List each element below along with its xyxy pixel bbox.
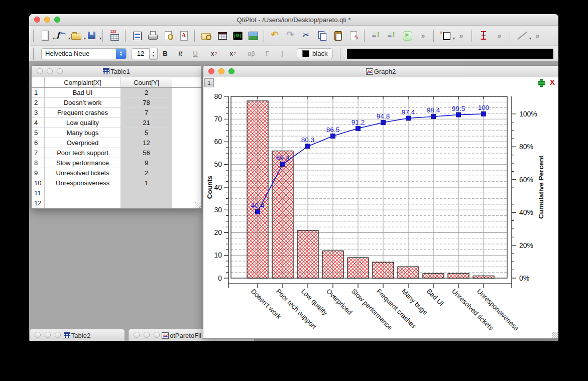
mintable2-zoom-button[interactable] <box>55 332 61 338</box>
bold-button[interactable]: B <box>159 48 171 59</box>
minimize-button[interactable] <box>44 17 50 23</box>
cell-complaint[interactable] <box>45 188 121 198</box>
table1-zoom-button[interactable] <box>57 68 63 74</box>
new-window-button[interactable] <box>38 29 52 42</box>
remove-layer-button[interactable]: X <box>550 78 555 86</box>
cell-count[interactable]: 9 <box>121 158 172 168</box>
color-strip[interactable] <box>347 49 553 59</box>
insert-row-button[interactable] <box>369 29 383 42</box>
close-button[interactable] <box>34 17 40 23</box>
overflow-button[interactable]: » <box>530 29 544 42</box>
cell-complaint[interactable] <box>45 198 121 208</box>
superscript-button[interactable]: x2 <box>208 48 220 59</box>
overflow-button[interactable]: » <box>492 29 506 42</box>
cell-complaint[interactable]: Overpriced <box>45 138 121 148</box>
minpareto-minimize-button[interactable] <box>144 332 150 338</box>
row-header[interactable]: 12 <box>32 198 45 208</box>
cell-count[interactable]: 5 <box>121 128 172 138</box>
cell-complaint[interactable]: Frequent crashes <box>45 108 121 118</box>
paste-button[interactable] <box>331 29 344 42</box>
minpareto-zoom-button[interactable] <box>154 332 160 338</box>
copy-button[interactable] <box>315 29 329 42</box>
print-preview-button[interactable] <box>161 29 175 42</box>
gamma-button[interactable]: Γ <box>261 48 273 59</box>
graph2-close-button[interactable] <box>208 68 214 74</box>
project-explorer-button[interactable] <box>199 29 213 42</box>
overflow-button[interactable]: » <box>454 29 467 42</box>
row-header[interactable]: 10 <box>32 178 45 188</box>
cell-count[interactable]: 21 <box>121 118 172 128</box>
cell-complaint[interactable]: Poor tech support <box>45 148 121 158</box>
column-header-count[interactable]: Count[Y] <box>121 77 172 87</box>
greek-button[interactable]: αβ <box>245 48 258 59</box>
tile-windows-button[interactable] <box>130 29 144 42</box>
cell-count[interactable]: 1 <box>121 178 172 188</box>
row-header[interactable]: 2 <box>32 98 45 108</box>
run-script-button[interactable] <box>400 29 414 42</box>
cell-count[interactable]: 2 <box>121 168 172 178</box>
font-size-input[interactable]: 12 <box>132 48 150 59</box>
plot-wizard-button[interactable] <box>230 29 244 42</box>
row-header[interactable]: 11 <box>32 188 45 198</box>
mintable2-close-button[interactable] <box>35 332 41 338</box>
row-header[interactable]: 1 <box>32 88 45 98</box>
plot-function-button[interactable] <box>54 29 67 42</box>
cell-complaint[interactable]: Bad UI <box>45 88 121 98</box>
row-header[interactable]: 6 <box>32 138 45 148</box>
error-bars-button[interactable] <box>477 29 490 42</box>
font-family-select[interactable]: Helvetica Neue <box>41 48 127 59</box>
new-layer-button[interactable] <box>438 29 452 42</box>
cell-complaint[interactable]: Unresponsiveness <box>45 178 121 188</box>
subscript-button[interactable]: x2 <box>227 48 240 59</box>
zoom-button[interactable] <box>54 17 60 23</box>
font-size-stepper[interactable]: ▴▾ <box>150 48 158 60</box>
graph-canvas[interactable]: 1 X 010203040506070800%20%40%60%80%100%C… <box>203 77 558 339</box>
cell-count[interactable] <box>121 188 172 198</box>
text-color-button[interactable]: black <box>297 48 333 59</box>
graph2-zoom-button[interactable] <box>228 68 234 74</box>
cut-button[interactable] <box>300 29 313 42</box>
cell-complaint[interactable]: Slow performance <box>45 158 121 168</box>
main-titlebar[interactable]: QtiPlot - /Users/ion/Desktop/pareto.qti … <box>29 14 558 26</box>
print-button[interactable] <box>146 29 159 42</box>
layer-tab[interactable]: 1 <box>204 78 214 87</box>
graph2-titlebar[interactable]: Graph2 <box>203 66 558 77</box>
integral-button[interactable]: ∫ <box>276 48 288 59</box>
row-header[interactable]: 4 <box>32 118 45 128</box>
image-plot-button[interactable] <box>246 29 260 42</box>
row-header[interactable]: 3 <box>32 108 45 118</box>
graph-resize-grip[interactable] <box>552 332 558 338</box>
row-header[interactable]: 5 <box>32 128 45 138</box>
minpareto-close-button[interactable] <box>134 332 140 338</box>
table1-titlebar[interactable]: Table1 <box>32 66 201 77</box>
open-file-button[interactable] <box>69 29 83 42</box>
save-file-button[interactable] <box>85 29 98 42</box>
row-header[interactable]: 8 <box>32 158 45 168</box>
cell-complaint[interactable]: Many bugs <box>45 128 121 138</box>
italic-button[interactable]: It <box>174 48 186 59</box>
export-pdf-button[interactable] <box>177 29 190 42</box>
row-header[interactable]: 9 <box>32 168 45 178</box>
overflow-button[interactable]: » <box>416 29 429 42</box>
column-header-complaint[interactable]: Complaint[X] <box>45 77 121 87</box>
cell-count[interactable]: 2 <box>121 88 172 98</box>
row-header[interactable]: 7 <box>32 148 45 158</box>
cell-complaint[interactable]: Unresolved tickets <box>45 168 121 178</box>
cell-count[interactable]: 78 <box>121 98 172 108</box>
table1-close-button[interactable] <box>37 68 43 74</box>
clear-selection-button[interactable] <box>346 29 360 42</box>
undo-button[interactable] <box>269 29 282 42</box>
add-layer-button[interactable] <box>537 79 545 86</box>
graph2-minimize-button[interactable] <box>218 68 224 74</box>
cell-count[interactable]: 56 <box>121 148 172 158</box>
delete-row-button[interactable] <box>385 29 398 42</box>
corner-header-cell[interactable] <box>32 77 45 87</box>
cell-complaint[interactable]: Low quality <box>45 118 121 128</box>
table1-minimize-button[interactable] <box>47 68 53 74</box>
results-log-button[interactable] <box>215 29 228 42</box>
draw-line-button[interactable] <box>515 29 528 42</box>
import-table-button[interactable] <box>107 29 121 42</box>
redo-button[interactable] <box>284 29 298 42</box>
resize-grip[interactable] <box>195 202 201 208</box>
mintable2-minimize-button[interactable] <box>45 332 51 338</box>
